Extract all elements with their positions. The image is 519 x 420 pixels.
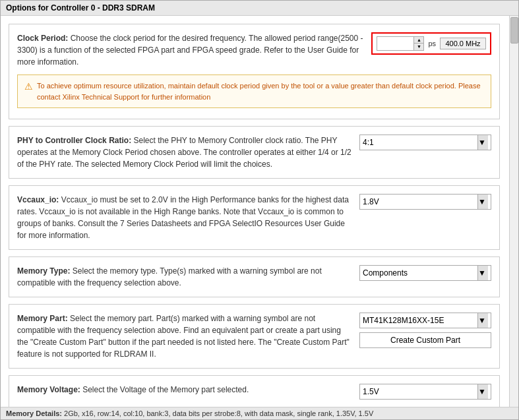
clock-period-controls: 2,500 ▲ ▼ ps 400.0 MHz xyxy=(371,32,491,55)
memory-voltage-row: Memory Voltage: Select the Voltage of th… xyxy=(17,384,491,400)
memory-voltage-control: 1.5V ▼ xyxy=(359,384,491,400)
vccaux-bold: Vccaux_io: xyxy=(17,195,59,204)
clock-period-row: Clock Period: Choose the clock period fo… xyxy=(17,32,491,68)
spinner-up-btn[interactable]: ▲ xyxy=(414,37,423,44)
memory-voltage-desc: Select the Voltage of the Memory part se… xyxy=(80,385,249,394)
clock-period-highlight: 2,500 ▲ ▼ ps 400.0 MHz xyxy=(371,32,491,55)
clock-period-desc: Choose the clock period for the desired … xyxy=(17,34,363,67)
phy-ratio-dropdown[interactable]: 4:1 ▼ xyxy=(359,135,491,150)
memory-voltage-arrow: ▼ xyxy=(477,384,488,399)
phy-ratio-control: 4:1 ▼ xyxy=(359,135,491,150)
memory-type-value: Components xyxy=(363,268,477,278)
memory-type-bold: Memory Type: xyxy=(17,266,70,276)
vccaux-arrow: ▼ xyxy=(477,195,488,209)
vccaux-row: Vccaux_io: Vccaux_io must be set to 2.0V… xyxy=(17,194,491,241)
phy-ratio-section: PHY to Controller Clock Ratio: Select th… xyxy=(9,126,500,179)
memory-part-bold: Memory Part: xyxy=(17,314,68,323)
memory-part-chevron: ▼ xyxy=(478,316,488,325)
vccaux-chevron: ▼ xyxy=(478,197,488,206)
memory-voltage-bold: Memory Voltage: xyxy=(17,385,80,394)
memory-part-control: MT41K128M16XX-15E ▼ Create Custom Part xyxy=(359,313,491,348)
memory-voltage-section: Memory Voltage: Select the Voltage of th… xyxy=(9,375,500,407)
spinner-buttons: ▲ ▼ xyxy=(413,37,423,50)
clock-period-spinner[interactable]: 2,500 ▲ ▼ xyxy=(377,36,424,51)
vccaux-dropdown[interactable]: 1.8V ▼ xyxy=(359,194,491,210)
clock-period-bold: Clock Period: xyxy=(17,34,68,43)
memory-part-arrow: ▼ xyxy=(477,313,488,328)
memory-type-label: Memory Type: Select the memory type. Typ… xyxy=(17,265,351,289)
warning-text: To achieve optimum resource utilization,… xyxy=(37,80,484,102)
memory-type-dropdown[interactable]: Components ▼ xyxy=(359,265,491,281)
phy-ratio-arrow: ▼ xyxy=(477,135,488,150)
phy-ratio-row: PHY to Controller Clock Ratio: Select th… xyxy=(17,135,491,170)
phy-ratio-value: 4:1 xyxy=(363,138,477,147)
vccaux-label: Vccaux_io: Vccaux_io must be set to 2.0V… xyxy=(17,194,351,241)
memory-type-section: Memory Type: Select the memory type. Typ… xyxy=(9,256,500,297)
memory-part-dropdown[interactable]: MT41K128M16XX-15E ▼ xyxy=(359,313,491,328)
main-window: Options for Controller 0 - DDR3 SDRAM Cl… xyxy=(0,0,519,420)
memory-type-arrow: ▼ xyxy=(477,266,488,280)
phy-ratio-label: PHY to Controller Clock Ratio: Select th… xyxy=(17,135,351,170)
memory-type-row: Memory Type: Select the memory type. Typ… xyxy=(17,265,491,289)
clock-period-section: Clock Period: Choose the clock period fo… xyxy=(9,24,500,119)
memory-details-text: 2Gb, x16, row:14, col:10, bank:3, data b… xyxy=(62,409,373,417)
ps-unit: ps xyxy=(428,40,436,47)
create-custom-part-button[interactable]: Create Custom Part xyxy=(359,332,491,348)
memory-type-chevron: ▼ xyxy=(478,268,488,278)
clock-period-input[interactable]: 2,500 xyxy=(377,38,413,49)
phy-ratio-chevron: ▼ xyxy=(478,138,488,147)
vccaux-control: 1.8V ▼ xyxy=(359,194,491,210)
bottom-bar: Memory Details: 2Gb, x16, row:14, col:10… xyxy=(1,407,518,419)
memory-part-row: Memory Part: Select the memory part. Par… xyxy=(17,313,491,360)
warning-icon: ⚠ xyxy=(24,81,33,92)
vccaux-section: Vccaux_io: Vccaux_io must be set to 2.0V… xyxy=(9,185,500,250)
scrollbar-track[interactable] xyxy=(509,16,518,407)
memory-voltage-label: Memory Voltage: Select the Voltage of th… xyxy=(17,384,351,396)
memory-voltage-value: 1.5V xyxy=(363,387,477,396)
phy-ratio-bold: PHY to Controller Clock Ratio: xyxy=(17,136,131,145)
vccaux-value: 1.8V xyxy=(363,197,477,206)
memory-voltage-chevron: ▼ xyxy=(478,387,488,396)
window-title: Options for Controller 0 - DDR3 SDRAM xyxy=(6,3,155,13)
scrollbar-thumb[interactable] xyxy=(510,17,518,44)
memory-voltage-dropdown[interactable]: 1.5V ▼ xyxy=(359,384,491,400)
warning-box: ⚠ To achieve optimum resource utilizatio… xyxy=(17,75,491,108)
vccaux-desc: Vccaux_io must be set to 2.0V in the Hig… xyxy=(17,195,349,240)
memory-type-control: Components ▼ xyxy=(359,265,491,281)
title-bar: Options for Controller 0 - DDR3 SDRAM xyxy=(1,1,518,16)
spinner-down-btn[interactable]: ▼ xyxy=(414,44,423,50)
memory-part-section: Memory Part: Select the memory part. Par… xyxy=(9,304,500,369)
memory-details-label: Memory Details: xyxy=(6,409,62,417)
clock-period-label: Clock Period: Choose the clock period fo… xyxy=(17,32,363,68)
memory-part-label: Memory Part: Select the memory part. Par… xyxy=(17,313,351,360)
mhz-display: 400.0 MHz xyxy=(440,38,486,49)
memory-part-value: MT41K128M16XX-15E xyxy=(363,316,477,325)
content-area: Clock Period: Choose the clock period fo… xyxy=(1,16,518,407)
content-inner: Clock Period: Choose the clock period fo… xyxy=(9,24,510,407)
